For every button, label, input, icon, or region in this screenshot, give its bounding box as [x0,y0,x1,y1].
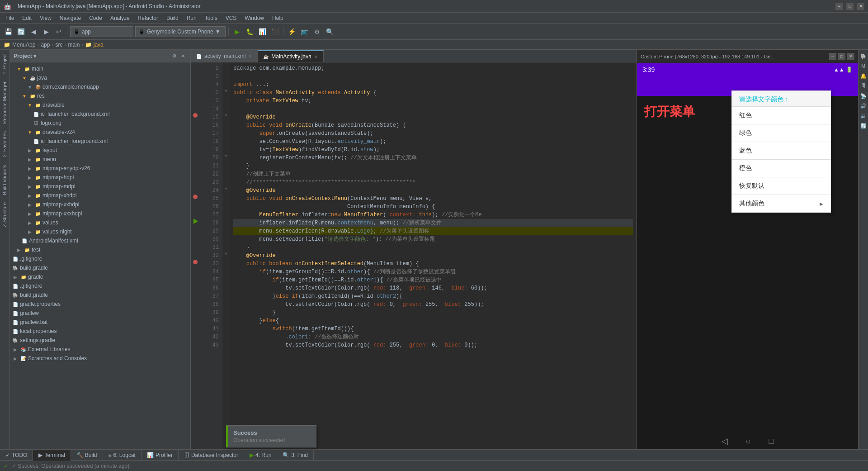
context-item-default[interactable]: 恢复默认 [732,177,830,195]
vtab-resource-manager[interactable]: Resource Manager [0,78,9,128]
tree-item-mipmap-hdpi[interactable]: ▶ 📁 mipmap-hdpi [10,173,190,182]
tree-item-logo[interactable]: 🖼 logo.png [10,119,190,128]
vtab-z-structure[interactable]: Z-Structure [0,199,9,231]
tree-item-gitignore1[interactable]: 📄 .gitignore [10,254,190,263]
menu-window[interactable]: Window [241,14,268,22]
phone-minimize-btn[interactable]: – [829,53,836,60]
tree-item-gitignore2[interactable]: 📄 .gitignore [10,281,190,290]
context-item-blue[interactable]: 蓝色 [732,142,830,159]
breadcrumb-app[interactable]: app [41,42,50,48]
tree-item-mipmap-any[interactable]: ▶ 📁 mipmap-anydpi-v26 [10,164,190,173]
right-icon-2[interactable]: M [859,62,868,71]
recent-nav-btn[interactable]: □ [769,437,774,446]
tree-item-settings-gradle[interactable]: 🐘 settings.gradle [10,336,190,345]
vtab-project[interactable]: 1: Project [0,50,9,78]
context-item-orange[interactable]: 橙色 [732,160,830,177]
menu-view[interactable]: View [36,14,55,22]
menu-refactor[interactable]: Refactor [134,14,162,22]
tree-item-ic-bg[interactable]: 📄 ic_launcher_background.xml [10,109,190,119]
tree-item-drawable[interactable]: ▼ 📁 drawable [10,100,190,109]
tab-close-mainactivity[interactable]: ✕ [314,54,318,59]
breadcrumb-java[interactable]: 📁 java [85,42,103,48]
menu-edit[interactable]: Edit [19,14,35,22]
vtab-favorites[interactable]: 2: Favorites [0,128,9,161]
menu-help[interactable]: Help [269,14,287,22]
tree-item-gradlew-bat[interactable]: 📄 gradlew.bat [10,318,190,327]
toolbar-back-btn[interactable]: ◀ [28,26,39,37]
tree-item-res[interactable]: ▼ 📁 res [10,91,190,100]
project-settings-btn[interactable]: ⚙ [170,52,178,60]
breadcrumb-src[interactable]: src [55,42,62,48]
phone-close-btn[interactable]: ✕ [847,53,854,60]
tree-item-mipmap-xxhdpi[interactable]: ▶ 📁 mipmap-xxhdpi [10,200,190,209]
tree-item-manifest[interactable]: 📄 AndroidManifest.xml [10,236,190,245]
tab-database-inspector[interactable]: 🗄 Database Inspector [179,450,244,461]
menu-file[interactable]: File [2,14,18,22]
tree-item-menu[interactable]: ▶ 📁 menu [10,155,190,164]
tab-run[interactable]: ▶ 4: Run [244,450,277,461]
back-nav-btn[interactable]: ◁ [722,436,728,446]
tree-item-build-gradle2[interactable]: 🐘 build.gradle [10,290,190,300]
vtab-build-variants[interactable]: Build Variants [0,161,9,199]
toolbar-forward-btn[interactable]: ▶ [41,26,52,37]
close-button[interactable]: ✕ [857,3,864,10]
tab-terminal[interactable]: ▶ Terminal [33,450,71,461]
tab-activity-main[interactable]: 📄 activity_main.xml ✕ [191,50,258,62]
tree-item-test[interactable]: ▶ 📁 test [10,245,190,254]
right-icon-6[interactable]: 🔊 [859,101,868,110]
right-icon-3[interactable]: 🔔 [859,71,868,81]
toolbar-sync-btn[interactable]: 🔄 [15,26,26,37]
minimize-button[interactable]: – [835,3,843,10]
right-icon-5[interactable]: 📡 [859,91,868,100]
tree-item-mipmap-mdpi[interactable]: ▶ 📁 mipmap-mdpi [10,182,190,191]
tree-item-mipmap-xxxhdpi[interactable]: ▶ 📁 mipmap-xxxhdpi [10,209,190,218]
home-nav-btn[interactable]: ○ [746,437,751,446]
stop-button[interactable]: ⬛ [269,26,280,37]
menu-build[interactable]: Build [163,14,182,22]
tree-item-layout[interactable]: ▶ 📁 layout [10,146,190,155]
sync-project-btn[interactable]: ⚡ [286,26,297,37]
avd-manager-btn[interactable]: 📺 [299,26,310,37]
right-icon-8[interactable]: 🔄 [859,121,868,130]
menu-vcs[interactable]: VCS [222,14,241,22]
device-dropdown[interactable]: 📱 Genymobile Custom Phone ▼ [135,26,226,37]
tree-item-local-props[interactable]: 📄 local.properties [10,327,190,336]
breadcrumb-main[interactable]: main [68,42,80,48]
tab-mainactivity[interactable]: ☕ MainActivity.java ✕ [258,50,323,62]
context-item-green[interactable]: 绿色 [732,124,830,142]
tree-item-package[interactable]: ▼ 📦 com.example.menuapp [10,82,190,91]
menu-tools[interactable]: Tools [201,14,221,22]
right-icon-1[interactable]: 🐘 [859,52,868,61]
toolbar-save-btn[interactable]: 💾 [3,26,14,37]
project-close-btn[interactable]: ✕ [179,52,187,60]
right-icon-7[interactable]: 🔉 [859,111,868,120]
tree-item-ext-libs[interactable]: ▶ 📚 External Libraries [10,345,190,354]
toolbar-undo-btn[interactable]: ↩ [53,26,64,37]
build-config-dropdown[interactable]: 📱 app [70,26,133,37]
tree-item-gradlew[interactable]: 📄 gradlew [10,309,190,318]
tab-close-activity-main[interactable]: ✕ [248,54,252,59]
tab-build[interactable]: 🔨 Build [71,450,103,461]
tab-profiler[interactable]: 📊 Profiler [142,450,179,461]
sdk-manager-btn[interactable]: ⚙ [311,26,322,37]
tree-item-ic-fg[interactable]: 📄 ic_launcher_foreground.xml [10,137,190,146]
tab-logcat[interactable]: ≡ 6: Logcat [103,450,142,461]
search-btn[interactable]: 🔍 [324,26,335,37]
code-content[interactable]: package com.example.menuapp; import ...;… [230,62,637,449]
tree-item-java[interactable]: ▼ ☕ java [10,73,190,82]
tree-item-drawable-v24[interactable]: ▼ 📁 drawable-v24 [10,128,190,137]
run-button[interactable]: ▶ [231,26,242,37]
tree-item-mipmap-xhdpi[interactable]: ▶ 📁 mipmap-xhdpi [10,191,190,200]
menu-analyze[interactable]: Analyze [107,14,133,22]
menu-run[interactable]: Run [183,14,200,22]
context-item-red[interactable]: 红色 [732,107,830,124]
right-icon-4[interactable]: 🗄 [859,81,868,90]
context-item-other[interactable]: 其他颜色 ▶ [732,195,830,212]
tree-item-values-night[interactable]: ▶ 📁 values-night [10,227,190,236]
tree-item-build-gradle[interactable]: 🐘 build.gradle [10,263,190,272]
tree-item-values[interactable]: ▶ 📁 values [10,218,190,227]
breadcrumb-menuapp[interactable]: MenuApp [12,42,35,48]
tree-item-main[interactable]: ▼ 📁 main [10,64,190,73]
profile-button[interactable]: 📊 [257,26,268,37]
tree-item-gradle-props[interactable]: 📄 gradle.properties [10,300,190,309]
